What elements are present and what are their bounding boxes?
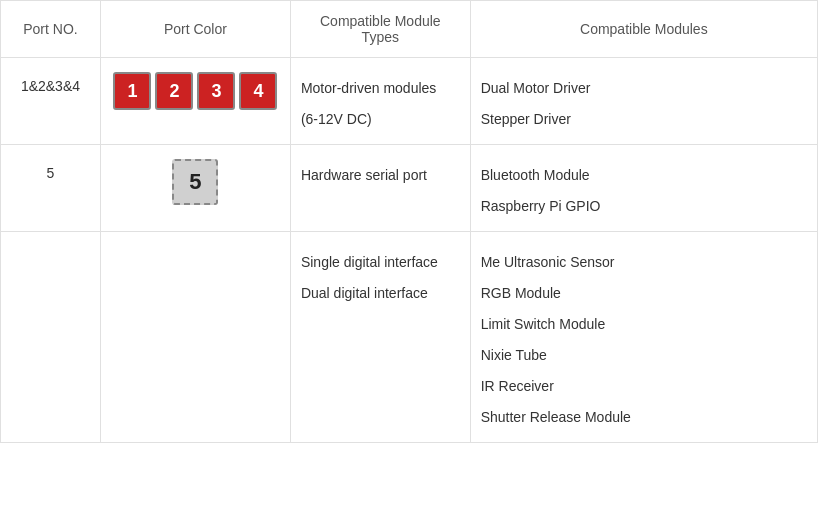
type-hardware-serial: Hardware serial port <box>301 165 460 186</box>
compatible-types-digital: Single digital interface Dual digital in… <box>290 232 470 443</box>
header-compatible-types: Compatible ModuleTypes <box>290 1 470 58</box>
module-ultrasonic: Me Ultrasonic Sensor <box>481 252 807 273</box>
type-dual-digital: Dual digital interface <box>301 283 460 304</box>
type-single-digital: Single digital interface <box>301 252 460 273</box>
header-port-no: Port NO. <box>1 1 101 58</box>
module-nixie-tube: Nixie Tube <box>481 345 807 366</box>
port-no-empty <box>1 232 101 443</box>
port-no-5: 5 <box>1 145 101 232</box>
badge-2: 2 <box>155 72 193 110</box>
module-limit-switch: Limit Switch Module <box>481 314 807 335</box>
badge-3: 3 <box>197 72 235 110</box>
compatible-types-1: Motor-driven modules (6-12V DC) <box>290 58 470 145</box>
module-raspberry-pi: Raspberry Pi GPIO <box>481 196 807 217</box>
module-bluetooth: Bluetooth Module <box>481 165 807 186</box>
badge-5: 5 <box>172 159 218 205</box>
badge-4: 4 <box>239 72 277 110</box>
module-dual-motor-driver: Dual Motor Driver <box>481 78 807 99</box>
compatible-modules-digital: Me Ultrasonic Sensor RGB Module Limit Sw… <box>470 232 817 443</box>
port-color-empty <box>100 232 290 443</box>
compatible-modules-5: Bluetooth Module Raspberry Pi GPIO <box>470 145 817 232</box>
badge-group-1: 1 2 3 4 <box>111 72 280 110</box>
header-port-color: Port Color <box>100 1 290 58</box>
type-motor-driven: Motor-driven modules <box>301 78 460 99</box>
badge-group-5: 5 <box>111 159 280 205</box>
port-color-1: 1 2 3 4 <box>100 58 290 145</box>
module-ir-receiver: IR Receiver <box>481 376 807 397</box>
port-color-5: 5 <box>100 145 290 232</box>
module-shutter-release: Shutter Release Module <box>481 407 807 428</box>
compatible-types-5: Hardware serial port <box>290 145 470 232</box>
module-stepper-driver: Stepper Driver <box>481 109 807 130</box>
badge-1: 1 <box>113 72 151 110</box>
compatible-modules-1: Dual Motor Driver Stepper Driver <box>470 58 817 145</box>
module-rgb: RGB Module <box>481 283 807 304</box>
port-no-1: 1&2&3&4 <box>1 58 101 145</box>
type-voltage: (6-12V DC) <box>301 109 460 130</box>
header-compatible-modules: Compatible Modules <box>470 1 817 58</box>
